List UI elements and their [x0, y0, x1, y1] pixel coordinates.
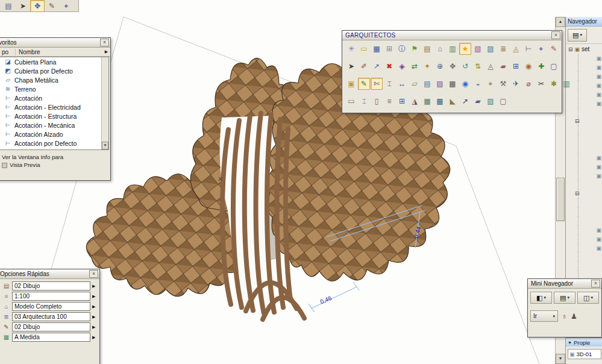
tree-expander-icon[interactable]: ⊟	[575, 191, 580, 196]
scroll-down-icon[interactable]: ▼	[556, 354, 565, 364]
navegador-header[interactable]: Navegador	[566, 17, 602, 27]
split-icon[interactable]: ⊞	[510, 60, 522, 72]
column-nombre[interactable]: Nombre	[16, 49, 102, 55]
view-selector-dropdown[interactable]: ▣ 3D-01	[568, 349, 601, 359]
scroll-down-icon[interactable]: ▼	[102, 142, 108, 149]
garquitectos-titlebar[interactable]: GARQUITECTOS x	[342, 31, 562, 40]
flyout-arrow-icon[interactable]: ▶	[92, 335, 98, 340]
navigator-tree-row[interactable]: ▣	[566, 162, 602, 171]
close-icon[interactable]: x	[89, 270, 98, 278]
favorite-item[interactable]: ⊢ Acotación por Defecto	[0, 139, 108, 148]
dimension-tool-icon[interactable]: ↔	[396, 78, 408, 90]
favoritos-scrollbar[interactable]: ▼	[101, 57, 108, 149]
navigator-tree-row[interactable]: ▣	[566, 171, 602, 180]
burst-icon[interactable]: ✱	[548, 78, 560, 90]
zoom-tool-icon[interactable]: ⌖	[59, 0, 74, 12]
text-tool-icon[interactable]: ⌶	[383, 78, 395, 90]
layout-icon[interactable]: ⌂	[434, 43, 446, 55]
surface-icon[interactable]: ▨	[484, 95, 497, 107]
elevation-icon[interactable]: ◬	[484, 60, 497, 72]
toolbox-icon[interactable]: ▭	[345, 95, 357, 107]
fill-tool-icon[interactable]: ▨	[434, 78, 446, 90]
flag-icon[interactable]: ⚑	[409, 43, 421, 55]
mass-icon[interactable]: ◬	[510, 43, 522, 55]
delete-icon[interactable]: ✖	[383, 60, 395, 72]
navigator-tree-row[interactable]: ▣	[566, 90, 602, 99]
info-icon[interactable]: ⓘ	[396, 43, 408, 55]
save-icon[interactable]: ▦	[371, 43, 383, 55]
block-icon[interactable]: ▰	[472, 95, 484, 107]
navigator-tree-row[interactable]: ▣	[566, 99, 602, 108]
arrow-tool-icon[interactable]: ➤	[345, 60, 357, 72]
close-icon[interactable]: x	[551, 31, 560, 39]
close-icon[interactable]: x	[591, 280, 600, 287]
navigator-tree-row[interactable]: ▣	[566, 234, 602, 243]
shade-icon[interactable]: ◒	[472, 78, 484, 90]
scrollbar-thumb[interactable]	[556, 178, 565, 221]
propiedades-header[interactable]: ▼ Propie	[566, 338, 602, 347]
pen-icon[interactable]: ✎	[548, 43, 560, 55]
favorites-star-icon[interactable]: ★	[459, 43, 471, 55]
tree-expander-icon[interactable]: ⊟	[575, 119, 580, 124]
column-icon[interactable]: ▯	[371, 95, 383, 107]
list-icon[interactable]: ▥	[447, 43, 459, 55]
link-icon[interactable]: ⊢	[522, 43, 535, 55]
schedule-icon[interactable]: ▤	[421, 43, 433, 55]
option-dropdown[interactable]: 02 Dibujo	[12, 281, 90, 290]
arrow-up-icon[interactable]: ↗	[459, 95, 471, 107]
layers-icon[interactable]: ▨	[484, 43, 497, 55]
teamwork-icon[interactable]: ✳	[345, 43, 357, 55]
navigator-tree-row[interactable]: ▣	[566, 63, 602, 72]
navigator-tree-row[interactable]: ▣	[566, 153, 602, 162]
favorite-item[interactable]: ⊢ Acotación - Electricidad	[0, 102, 108, 111]
panel-icon[interactable]: ▦	[421, 95, 433, 107]
navigator-tree-row[interactable]	[566, 135, 602, 144]
frame-icon[interactable]: ▢	[497, 95, 509, 107]
flyout-arrow-icon[interactable]: ▶	[92, 304, 98, 309]
view-map-button[interactable]: ▤ ▾	[554, 292, 575, 304]
zone-tool-icon[interactable]: ▤	[421, 78, 433, 90]
navegador-root-item[interactable]: ⊟ ▣ set	[566, 44, 602, 54]
tree-collapse-icon[interactable]: ⊟	[568, 46, 573, 52]
pen-tool-icon[interactable]: ✎	[45, 0, 59, 12]
hatch-tool-icon[interactable]: ▩	[447, 78, 459, 90]
hammer-icon[interactable]: ⚒	[497, 78, 509, 90]
option-dropdown[interactable]: 1:100	[12, 292, 90, 301]
opciones-titlebar[interactable]: Opciones Rápidas x	[0, 269, 99, 279]
favoritos-titlebar[interactable]: voritos x	[0, 38, 110, 48]
favorite-item[interactable]: ⊢ Acotación Alzado	[0, 130, 108, 139]
navigator-tree-row[interactable]: ⊟	[566, 189, 602, 198]
publisher-sets-button[interactable]: ▤ ▾	[568, 29, 587, 42]
navigator-tree-row[interactable]: ▣	[566, 243, 602, 253]
scissors-icon[interactable]: ✄	[371, 78, 383, 90]
navigator-tree-row[interactable]	[566, 216, 602, 225]
find-icon[interactable]: ⌖	[535, 43, 547, 55]
option-dropdown[interactable]: 02 Dibujo	[12, 322, 90, 331]
navigator-tree-row[interactable]: ▣	[566, 225, 602, 234]
truss-icon[interactable]: ◮	[409, 95, 421, 107]
navigator-tree-row[interactable]	[566, 207, 602, 216]
ramp-icon[interactable]: ◣	[447, 95, 459, 107]
project-map-button[interactable]: ◧ ▾	[530, 292, 552, 304]
navigator-tree-row[interactable]	[566, 253, 602, 262]
select-arrow-icon[interactable]: ➤	[16, 0, 30, 12]
layout-book-button[interactable]: ◫ ▾	[577, 292, 599, 304]
favorite-item[interactable]: ⊢ Acotación - Estructura	[0, 111, 108, 121]
cut-icon[interactable]: ✂	[535, 78, 547, 90]
arrow-ne-icon[interactable]: ↗	[371, 60, 383, 72]
favorite-item[interactable]: ▱ Chapa Metálica	[0, 75, 108, 84]
section-icon[interactable]: ⌀	[522, 78, 535, 90]
library-icon[interactable]: ▧	[472, 43, 484, 55]
orbit-globe-icon[interactable]: ♁	[562, 312, 567, 321]
gem-icon[interactable]: ◈	[396, 60, 408, 72]
column-tipo[interactable]: po	[0, 49, 16, 55]
close-icon[interactable]: x	[100, 39, 109, 46]
check-pen-icon[interactable]: ✎	[358, 78, 370, 90]
mesh-icon[interactable]: ▩	[434, 95, 446, 107]
stair-icon[interactable]: ≡	[383, 95, 395, 107]
mirror-icon[interactable]: ⇅	[472, 60, 484, 72]
pan-tool-icon[interactable]: ✥	[30, 0, 45, 12]
navigator-tree-row[interactable]	[566, 126, 602, 135]
plot-icon[interactable]: ⊞	[383, 43, 395, 55]
scroll-up-icon[interactable]: ▲	[556, 17, 565, 27]
